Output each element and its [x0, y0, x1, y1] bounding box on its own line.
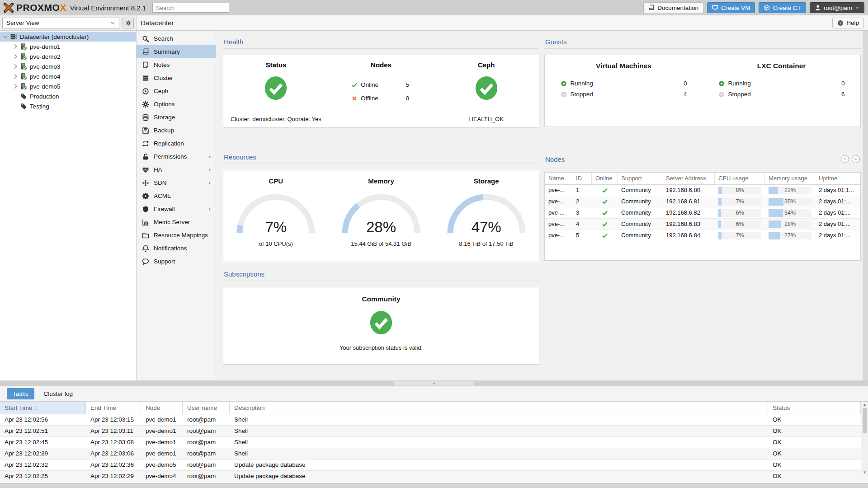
sidebar-item-notes[interactable]: Notes	[137, 58, 216, 71]
tag-icon	[20, 103, 27, 110]
collapse-down-button[interactable]	[852, 155, 860, 163]
sidebar-item-search[interactable]: Search	[137, 32, 216, 45]
task-start-time: Apr 23 12:02:25	[0, 471, 86, 482]
horizontal-scrollbar[interactable]	[0, 483, 868, 488]
sidebar-item-support[interactable]: Support	[137, 255, 216, 268]
task-row[interactable]: Apr 23 12:02:51Apr 23 12:03:11pve-demo1r…	[0, 426, 868, 437]
tree-item-datacenter-democluster[interactable]: Datacenter (democluster)	[0, 32, 136, 42]
sidebar-item-summary[interactable]: Summary	[137, 45, 216, 58]
node-row[interactable]: pve-...2Community192.168.6.817%35%2 days…	[545, 196, 860, 207]
tasks-column-header[interactable]: Description	[230, 402, 768, 414]
sidebar-item-ceph[interactable]: Ceph	[137, 84, 216, 98]
task-row[interactable]: Apr 23 12:02:25Apr 23 12:02:29pve-demo4r…	[0, 471, 868, 482]
sort-desc-icon: ↓	[35, 404, 38, 411]
chevron-right-icon[interactable]	[12, 43, 19, 50]
panel-splitter[interactable]	[0, 380, 868, 386]
tasks-column-header[interactable]: User name	[183, 402, 230, 414]
tag-icon	[20, 93, 27, 100]
lxc-group: LXC Container Running 0 Stopped	[703, 55, 860, 127]
tree-item-production[interactable]: Production	[0, 91, 136, 101]
play-circle-icon	[718, 80, 725, 87]
tree-item-pve-demo4[interactable]: pve-demo4	[0, 71, 136, 81]
health-ceph-column: Ceph HEALTH_OK	[434, 55, 539, 127]
task-end-time: Apr 23 12:03:15	[86, 414, 141, 425]
node-online	[592, 185, 618, 196]
gauge-heading: CPU	[223, 177, 329, 185]
tab-cluster-log[interactable]: Cluster log	[38, 388, 79, 399]
nodes-column-header[interactable]: Memory usage	[765, 173, 815, 184]
sidebar-item-notifications[interactable]: Notifications	[137, 242, 216, 255]
gauge-percent: 28%	[338, 219, 424, 236]
global-search-input[interactable]	[152, 3, 229, 13]
sidebar-item-firewall[interactable]: Firewall	[137, 202, 216, 216]
nodes-column-header[interactable]: Server Address	[662, 173, 715, 184]
metrics-icon	[142, 219, 149, 226]
header-row: Server View Datacenter ? Help	[0, 15, 868, 31]
nodes-column-header[interactable]: Support	[618, 173, 662, 184]
create-vm-button[interactable]: Create VM	[707, 2, 755, 13]
view-select[interactable]: Server View	[2, 18, 119, 28]
chevron-down-icon[interactable]	[2, 33, 9, 40]
sidebar-item-resource-mappings[interactable]: Resource Mappings	[137, 229, 216, 242]
nodes-column-header[interactable]: Name	[545, 173, 572, 184]
node-row[interactable]: pve-...5Community192.168.6.847%27%2 days…	[545, 230, 860, 241]
nodes-column-header[interactable]: Uptime	[815, 173, 860, 184]
tasks-column-header[interactable]: End Time	[86, 402, 141, 414]
sidebar-item-sdn[interactable]: SDN	[137, 176, 216, 189]
sidebar-item-label: Notes	[154, 61, 170, 68]
chevron-right-icon[interactable]	[12, 63, 19, 70]
tasks-scrollbar[interactable]: ▲ ▼	[861, 402, 868, 475]
user-menu-button[interactable]: root@pam	[810, 2, 864, 13]
content-scrollbar[interactable]	[863, 31, 868, 380]
sidebar-item-label: SDN	[154, 179, 167, 186]
sidebar-item-options[interactable]: Options	[137, 98, 216, 111]
scroll-down-icon[interactable]: ▼	[863, 469, 867, 475]
tree-item-pve-demo1[interactable]: pve-demo1	[0, 42, 136, 52]
sidebar-item-replication[interactable]: Replication	[137, 137, 216, 150]
nodes-panel: Nodes NameIDOnlineSupportServer AddressC…	[544, 155, 861, 261]
node-uptime: 2 days 01:...	[815, 207, 860, 218]
node-support: Community	[618, 230, 662, 241]
task-row[interactable]: Apr 23 12:02:45Apr 23 12:03:08pve-demo1r…	[0, 437, 868, 448]
task-row[interactable]: Apr 23 12:02:56Apr 23 12:03:15pve-demo1r…	[0, 414, 868, 426]
sidebar-item-ha[interactable]: HA	[137, 163, 216, 176]
topbar: PROXMOX Virtual Environment 8.2.1 Docume…	[0, 0, 868, 15]
sidebar-item-permissions[interactable]: Permissions	[137, 150, 216, 163]
node-online	[592, 207, 618, 218]
create-ct-button[interactable]: Create CT	[759, 2, 806, 13]
sidebar-item-acme[interactable]: ACME	[137, 189, 216, 202]
gauge-percent: 7%	[233, 219, 319, 236]
node-row[interactable]: pve-...4Community192.168.6.836%28%2 days…	[545, 219, 860, 230]
sidebar-item-storage[interactable]: Storage	[137, 111, 216, 124]
collapse-up-button[interactable]	[841, 155, 849, 163]
splitter-handle[interactable]	[394, 381, 474, 385]
node-row[interactable]: pve-...1Community192.168.6.808%22%2 days…	[545, 185, 860, 196]
task-row[interactable]: Apr 23 12:02:32Apr 23 12:02:36pve-demo5r…	[0, 460, 868, 471]
tasks-column-header[interactable]: Status	[768, 402, 861, 414]
scroll-up-icon[interactable]: ▲	[863, 402, 867, 408]
chevron-right-icon[interactable]	[12, 53, 19, 60]
task-row[interactable]: Apr 23 12:02:39Apr 23 12:03:06pve-demo1r…	[0, 448, 868, 460]
nodes-column-header[interactable]: CPU usage	[715, 173, 765, 184]
tree-item-pve-demo2[interactable]: pve-demo2	[0, 52, 136, 61]
tree-item-testing[interactable]: Testing	[0, 101, 136, 111]
node-row[interactable]: pve-...3Community192.168.6.826%34%2 days…	[545, 207, 860, 219]
tree-item-pve-demo5[interactable]: pve-demo5	[0, 81, 136, 91]
tree-item-pve-demo3[interactable]: pve-demo3	[0, 61, 136, 71]
tree-settings-button[interactable]	[123, 18, 134, 28]
sidebar-item-backup[interactable]: Backup	[137, 124, 216, 137]
tab-tasks[interactable]: Tasks	[7, 388, 34, 399]
tasks-column-header[interactable]: Node	[141, 402, 183, 414]
tasks-column-header[interactable]: Start Time↓	[0, 402, 86, 414]
nodes-column-header[interactable]: ID	[572, 173, 592, 184]
help-button[interactable]: ? Help	[832, 18, 864, 28]
task-node: pve-demo5	[141, 460, 183, 470]
documentation-button[interactable]: Documentation	[643, 2, 703, 13]
nodes-column-header[interactable]: Online	[592, 173, 618, 184]
chevron-right-icon[interactable]	[12, 83, 19, 90]
scrollbar-thumb[interactable]	[863, 408, 867, 433]
cpu-gauge: 7%	[233, 189, 319, 236]
chevron-right-icon[interactable]	[12, 73, 19, 80]
sidebar-item-metric-server[interactable]: Metric Server	[137, 216, 216, 229]
sidebar-item-cluster[interactable]: Cluster	[137, 71, 216, 84]
